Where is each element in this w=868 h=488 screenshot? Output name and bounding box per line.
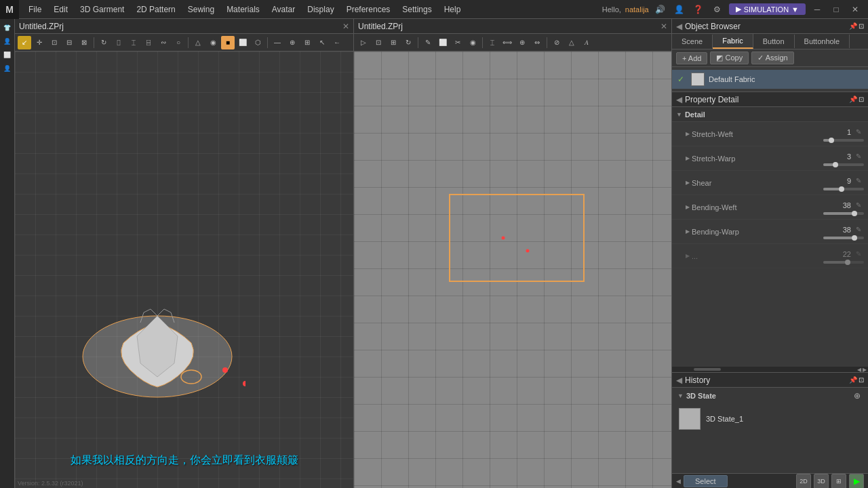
select-button[interactable]: Select: [684, 475, 728, 487]
left-tool-avatar[interactable]: 👕: [1, 22, 14, 34]
extra-slider-container[interactable]: [823, 261, 864, 264]
vp3d-tool-pin[interactable]: ⌸: [142, 36, 155, 49]
vp3d-tool-measure[interactable]: —: [271, 36, 284, 49]
ob-pin-icon[interactable]: 📌: [849, 22, 857, 30]
vp3d-tool-transform[interactable]: ⊠: [77, 36, 91, 49]
left-tool-person[interactable]: 👤: [1, 35, 14, 47]
vp2d-tool-transform[interactable]: ⊞: [387, 36, 400, 49]
vp2d-tool-annotation[interactable]: 𝐴: [580, 36, 593, 49]
menu-3d-garment[interactable]: 3D Garment: [75, 3, 130, 16]
vp3d-tool-expand[interactable]: ⊕: [285, 36, 299, 49]
bw-slider[interactable]: [823, 212, 864, 215]
menu-help[interactable]: Help: [439, 3, 467, 16]
shear-slider-container[interactable]: [823, 188, 864, 190]
bwarp-slider-container[interactable]: [823, 237, 864, 239]
swarp-edit-icon[interactable]: ✎: [853, 151, 864, 162]
pe-scroll-right[interactable]: ▶: [863, 367, 867, 373]
ob-expand-icon[interactable]: ⊡: [859, 22, 864, 30]
vp3d-tool-circle[interactable]: ○: [172, 36, 185, 49]
shear-arrow[interactable]: ▶: [686, 180, 690, 186]
vp3d-tool-sew[interactable]: ⌶: [127, 36, 140, 49]
vp3d-tool-rotate[interactable]: ↻: [97, 36, 111, 49]
pe-collapse-arrow[interactable]: ◀: [676, 95, 682, 104]
ob-collapse-arrow[interactable]: ◀: [676, 22, 682, 31]
vp2d-tool-select[interactable]: ▷: [357, 36, 370, 49]
bottom-chevron-left[interactable]: ◀: [676, 478, 681, 485]
vp2d-tool-rotate[interactable]: ↻: [401, 36, 415, 49]
vp2d-tool-snap[interactable]: ⊕: [515, 36, 529, 49]
pe-scroll-left[interactable]: ◀: [857, 367, 861, 373]
vp3d-tool-tri[interactable]: △: [191, 36, 205, 49]
sw-edit-icon[interactable]: ✎: [853, 127, 864, 138]
bw-thumb[interactable]: [852, 211, 857, 216]
left-tool-pose[interactable]: 👤: [1, 62, 14, 75]
vp3d-tool-magnet[interactable]: ←: [330, 36, 344, 49]
simulation-button[interactable]: ▶ SIMULATION ▼: [729, 3, 806, 15]
vp3d-tool-bend[interactable]: ⌷: [112, 36, 125, 49]
bw-arrow[interactable]: ▶: [686, 204, 690, 210]
vp3d-tool-select-box[interactable]: ⊡: [47, 36, 61, 49]
vp2d-tool-move[interactable]: ⊡: [372, 36, 385, 49]
sw-slider-container[interactable]: [823, 139, 864, 142]
menu-avatar[interactable]: Avatar: [267, 3, 300, 16]
sw-slider[interactable]: [823, 139, 864, 142]
pe-hscroll[interactable]: ◀ ▶: [672, 367, 868, 372]
account-icon[interactable]: 👤: [672, 2, 687, 17]
extra-thumb[interactable]: [845, 260, 850, 265]
ob-tab-scene[interactable]: Scene: [672, 35, 713, 48]
settings-icon[interactable]: ⚙: [710, 2, 725, 17]
menu-file[interactable]: File: [23, 3, 47, 16]
vp3d-tool-rect[interactable]: ⬜: [236, 36, 250, 49]
shear-slider[interactable]: [823, 188, 864, 190]
menu-edit[interactable]: Edit: [48, 3, 73, 16]
vp2d-tool-mirror[interactable]: ⇔: [530, 36, 544, 49]
ob-add-button[interactable]: + Add: [676, 52, 707, 64]
pe-section-detail[interactable]: ▼ Detail: [672, 107, 868, 122]
ob-tab-button[interactable]: Button: [753, 35, 795, 48]
vp2d-tool-cut[interactable]: ✂: [451, 36, 465, 49]
swarp-arrow[interactable]: ▶: [686, 155, 690, 161]
close-icon[interactable]: ✕: [848, 2, 863, 17]
menu-2d-pattern[interactable]: 2D Pattern: [131, 3, 180, 16]
menu-preferences[interactable]: Preferences: [341, 3, 396, 16]
extra-edit-icon[interactable]: ✎: [853, 249, 864, 260]
vp2d-tool-dart[interactable]: △: [565, 36, 578, 49]
vp3d-tool-curve[interactable]: ∾: [157, 36, 170, 49]
vp3d-tool-snap[interactable]: ↖: [315, 36, 329, 49]
vp3d-tool-hex[interactable]: ⬡: [251, 36, 264, 49]
sound-icon[interactable]: 🔊: [653, 2, 668, 17]
minimize-icon[interactable]: ─: [810, 2, 825, 17]
maximize-icon[interactable]: □: [829, 2, 844, 17]
help-icon[interactable]: ❓: [691, 2, 706, 17]
bw-edit-icon[interactable]: ✎: [853, 200, 864, 211]
menu-display[interactable]: Display: [302, 3, 339, 16]
shear-edit-icon[interactable]: ✎: [853, 176, 864, 186]
play-button[interactable]: ▶: [849, 474, 864, 489]
ob-tab-buttonhole[interactable]: Buttonhole: [795, 35, 850, 48]
vp2d-tool-measure[interactable]: ⟺: [500, 36, 514, 49]
pe-expand-icon[interactable]: ⊡: [859, 96, 864, 103]
vp3d-tool-grid[interactable]: ⊞: [300, 36, 314, 49]
bw-slider-container[interactable]: [823, 212, 864, 215]
vp2d-tool-sew[interactable]: ⌶: [486, 36, 499, 49]
vp3d-tool-add[interactable]: ✛: [33, 36, 46, 49]
hist-action-icon[interactable]: ⊕: [852, 390, 863, 401]
pe-pin-icon[interactable]: 📌: [849, 96, 857, 103]
vp3d-tool-rect-fill[interactable]: ■: [221, 36, 235, 49]
vp2d-tool-pen[interactable]: ✎: [421, 36, 435, 49]
vp3d-tool-arrow[interactable]: ↙: [18, 36, 31, 49]
vp2d-close[interactable]: ✕: [660, 22, 667, 31]
vp2d-tool-internal[interactable]: ⊘: [550, 36, 564, 49]
sw-thumb[interactable]: [829, 138, 834, 143]
view-3d-icon[interactable]: 3D: [814, 474, 829, 489]
view-split-icon[interactable]: ⊞: [831, 474, 846, 489]
swarp-thumb[interactable]: [833, 162, 838, 167]
view-2d-icon[interactable]: 2D: [796, 474, 811, 489]
hist-pin-icon[interactable]: 📌: [849, 376, 857, 384]
pe-hscroll-thumb[interactable]: [694, 368, 721, 371]
extra-arrow[interactable]: ▶: [686, 253, 690, 259]
menu-materials[interactable]: Materials: [221, 3, 265, 16]
hist-expand-icon[interactable]: ⊡: [859, 376, 864, 384]
hist-section-chevron[interactable]: ▼: [677, 392, 684, 399]
vp3d-tool-dot[interactable]: ◉: [206, 36, 220, 49]
